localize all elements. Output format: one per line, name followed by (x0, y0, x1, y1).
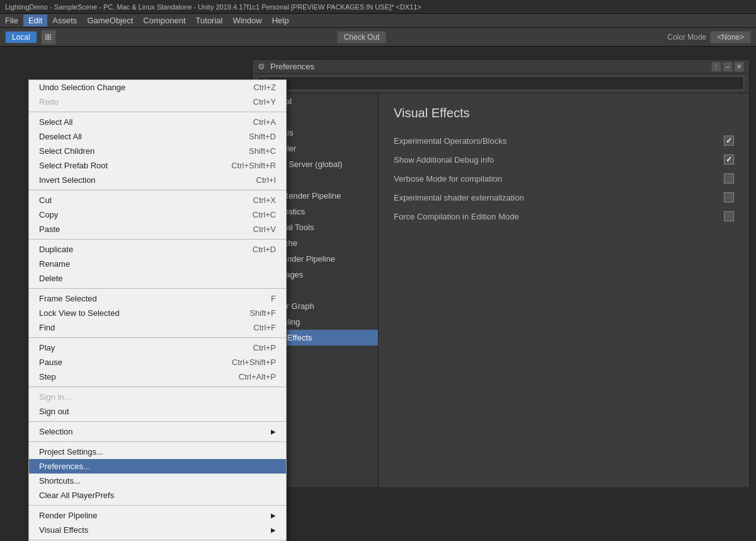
pref-option-checkbox-2[interactable] (724, 173, 734, 183)
preferences-title: Preferences (270, 62, 709, 71)
menu-item-shortcut: Ctrl+X (253, 195, 276, 205)
menu-assets[interactable]: Assets (47, 15, 82, 26)
edit-menu-item-pause[interactable]: PauseCtrl+Shift+P (29, 355, 286, 369)
edit-menu-item-project-settings-[interactable]: Project Settings... (29, 445, 286, 459)
grid-icon[interactable]: ⊞ (41, 30, 56, 45)
menu-item-shortcut: Ctrl+I (256, 175, 276, 185)
menu-item-shortcut: Ctrl+F (253, 323, 276, 332)
menu-separator-27 (29, 421, 286, 422)
pref-option-checkbox-0[interactable] (724, 136, 734, 146)
edit-menu-item-paste[interactable]: PasteCtrl+V (29, 222, 286, 236)
edit-menu-item-invert-selection[interactable]: Invert SelectionCtrl+I (29, 173, 286, 187)
submenu-arrow-icon: ▶ (271, 526, 276, 533)
menu-item-label: Duplicate (39, 245, 73, 254)
edit-menu-item-undo-selection-change[interactable]: Undo Selection ChangeCtrl+Z (29, 80, 286, 95)
menu-item-shortcut: Ctrl+C (253, 210, 276, 219)
menu-gameobject[interactable]: GameObject (82, 15, 138, 26)
gear-icon: ⚙ (258, 62, 265, 71)
edit-menu-item-selection[interactable]: Selection▶ (29, 424, 286, 439)
section-title: Visual Effects (394, 106, 734, 120)
menu-item-shortcut: Ctrl+Shift+P (232, 358, 276, 367)
preferences-titlebar: ⚙ Preferences ⋮ – ✕ (253, 60, 749, 74)
menu-item-shortcut: Ctrl+Z (253, 83, 276, 92)
pref-option-checkbox-3[interactable] (724, 192, 734, 202)
preferences-body: General2DAnalysisProfilerCache Server (g… (253, 93, 749, 487)
menu-item-label: Sign in... (39, 392, 71, 402)
menu-separator-12 (29, 239, 286, 240)
menu-item-label: Select Prefab Root (39, 161, 108, 170)
edit-menu-item-select-prefab-root[interactable]: Select Prefab RootCtrl+Shift+R (29, 158, 286, 173)
edit-menu-item-rename[interactable]: Rename (29, 257, 286, 271)
edit-dropdown-menu: Undo Selection ChangeCtrl+ZRedoCtrl+YSel… (28, 79, 287, 541)
title-text: LightingDemo - SampleScene - PC, Mac & L… (5, 3, 421, 11)
submenu-arrow-icon: ▶ (271, 428, 276, 435)
edit-menu-item-play[interactable]: PlayCtrl+P (29, 340, 286, 355)
pref-option-row-2: Verbose Mode for compilation (394, 171, 734, 186)
menu-item-label: Lock View to Selected (39, 308, 120, 318)
edit-menu-item-sign-in-: Sign in... (29, 390, 286, 404)
pref-option-label-2: Verbose Mode for compilation (394, 174, 502, 183)
preferences-search-area (253, 74, 749, 93)
local-button[interactable]: Local (5, 31, 37, 44)
menu-component[interactable]: Component (138, 15, 190, 26)
menu-item-shortcut: F (271, 294, 276, 303)
menu-edit[interactable]: Edit (23, 15, 47, 26)
pref-option-label-1: Show Additional Debug info (394, 155, 494, 165)
menu-item-label: Redo (39, 97, 59, 107)
pref-option-checkbox-4[interactable] (724, 211, 734, 221)
edit-menu-item-sign-out[interactable]: Sign out (29, 404, 286, 419)
title-bar: LightingDemo - SampleScene - PC, Mac & L… (0, 0, 756, 14)
menu-item-label: Clear All PlayerPrefs (39, 491, 114, 500)
menu-item-label: Render Pipeline (39, 511, 98, 520)
checkout-button[interactable]: Check Out (337, 31, 387, 44)
menu-item-label: Deselect All (39, 132, 82, 141)
edit-menu-item-find[interactable]: FindCtrl+F (29, 320, 286, 335)
menu-window[interactable]: Window (227, 15, 266, 26)
edit-menu-item-render-pipeline[interactable]: Render Pipeline▶ (29, 508, 286, 523)
menu-item-label: Step (39, 372, 56, 381)
edit-menu-item-duplicate[interactable]: DuplicateCtrl+D (29, 242, 286, 257)
menu-help[interactable]: Help (267, 15, 294, 26)
menu-item-label: Delete (39, 274, 63, 283)
edit-menu-item-step[interactable]: StepCtrl+Alt+P (29, 369, 286, 384)
menu-file[interactable]: File (0, 15, 23, 26)
edit-menu-item-delete[interactable]: Delete (29, 271, 286, 286)
pref-option-row-1: Show Additional Debug info (394, 152, 734, 167)
menu-item-shortcut: Shift+C (249, 146, 276, 156)
menu-item-shortcut: Ctrl+Y (253, 97, 276, 107)
preferences-search-input[interactable] (258, 76, 744, 90)
edit-menu-item-copy[interactable]: CopyCtrl+C (29, 207, 286, 222)
menu-tutorial[interactable]: Tutorial (191, 15, 228, 26)
edit-menu-item-shortcuts-[interactable]: Shortcuts... (29, 474, 286, 488)
menu-item-label: Play (39, 343, 55, 352)
menu-item-shortcut: Shift+F (249, 308, 276, 318)
menu-item-shortcut: Ctrl+D (253, 245, 276, 254)
close-button[interactable]: ✕ (734, 62, 744, 72)
menu-item-label: Invert Selection (39, 175, 96, 185)
edit-menu-item-select-all[interactable]: Select AllCtrl+A (29, 115, 286, 129)
edit-menu-item-clear-all-playerprefs[interactable]: Clear All PlayerPrefs (29, 488, 286, 503)
color-mode-dropdown[interactable]: <None> (710, 31, 751, 44)
edit-menu-item-deselect-all[interactable]: Deselect AllShift+D (29, 129, 286, 144)
menu-item-label: Select Children (39, 146, 94, 156)
menu-item-label: Visual Effects (39, 525, 88, 535)
menu-item-label: Copy (39, 210, 58, 219)
menu-item-label: Find (39, 323, 55, 332)
edit-menu-item-visual-effects[interactable]: Visual Effects▶ (29, 523, 286, 537)
edit-menu-item-lock-view-to-selected[interactable]: Lock View to SelectedShift+F (29, 306, 286, 320)
minimize-button[interactable]: – (723, 62, 733, 72)
pref-option-checkbox-1[interactable] (724, 154, 734, 165)
edit-menu-item-select-children[interactable]: Select ChildrenShift+C (29, 144, 286, 158)
edit-menu-item-cut[interactable]: CutCtrl+X (29, 193, 286, 207)
edit-menu-item-preferences-[interactable]: Preferences... (29, 459, 286, 474)
menu-item-shortcut: Ctrl+P (253, 343, 276, 352)
menu-item-label: Select All (39, 117, 72, 127)
edit-menu-item-frame-selected[interactable]: Frame SelectedF (29, 291, 286, 306)
menu-item-shortcut: Ctrl+A (253, 117, 276, 127)
menu-item-label: Preferences... (39, 462, 90, 471)
pref-option-label-3: Experimental shader externalization (394, 193, 524, 202)
menu-item-label: Paste (39, 224, 60, 234)
menu-item-label: Cut (39, 195, 52, 205)
pref-option-row-3: Experimental shader externalization (394, 190, 734, 205)
more-options-button[interactable]: ⋮ (711, 62, 721, 72)
